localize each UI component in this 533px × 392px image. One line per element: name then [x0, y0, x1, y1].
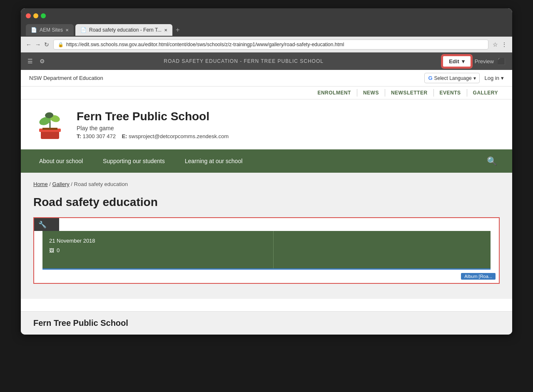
album-right-panel — [274, 231, 491, 268]
nav-buttons: ← → ↻ — [26, 41, 49, 48]
wrench-button[interactable]: 🔧 — [38, 221, 47, 228]
refresh-button[interactable]: ↻ — [44, 41, 49, 48]
album-left-panel[interactable]: 21 November 2018 🖼 0 — [42, 231, 274, 268]
album-count: 🖼 0 — [49, 247, 266, 253]
tab-icon: 📄 — [80, 27, 87, 33]
breadcrumb-home[interactable]: Home — [33, 181, 48, 187]
select-language-label: Select Language — [434, 75, 472, 81]
nav-supporting-students[interactable]: Supporting our students — [93, 151, 175, 171]
tab-close-active-icon[interactable]: ✕ — [164, 28, 167, 32]
main-navigation: About our school Supporting our students… — [21, 149, 512, 173]
nav-events[interactable]: EVENTS — [434, 89, 467, 97]
footer-area: Fern Tree Public School — [21, 311, 512, 335]
album-count-value: 0 — [57, 247, 60, 253]
email-address: swsproject@detcorpcomms.zendesk.com — [129, 133, 229, 139]
album-content: 21 November 2018 🖼 0 — [42, 231, 491, 268]
close-button[interactable] — [26, 13, 31, 18]
album-label: Album [Roa... — [461, 273, 496, 280]
tab-aem-sites[interactable]: 📄 AEM Sites ✕ — [26, 24, 74, 36]
album-date: 21 November 2018 — [49, 238, 266, 244]
login-button[interactable]: Log in ▾ — [485, 75, 504, 81]
address-bar: ← → ↻ 🔒 https://edit.sws.schools.nsw.gov… — [21, 37, 512, 52]
dept-name: NSW Department of Education — [29, 75, 103, 81]
top-navigation: ENROLMENT NEWS NEWSLETTER EVENTS GALLERY — [21, 87, 512, 99]
nav-about-school[interactable]: About our school — [29, 151, 93, 171]
login-label: Log in — [485, 75, 499, 81]
breadcrumb-sep1: / — [49, 181, 52, 187]
url-text: https://edit.sws.schools.nsw.gov.au/edit… — [66, 42, 344, 47]
white-section — [21, 299, 512, 311]
nav-gallery[interactable]: GALLERY — [467, 89, 504, 97]
main-nav-items: About our school Supporting our students… — [29, 151, 480, 171]
nav-enrolment[interactable]: ENROLMENT — [311, 89, 357, 97]
cms-toolbar: ☰ ⚙ ROAD SAFETY EDUCATION - FERN TREE PU… — [21, 52, 512, 70]
image-icon: 🖼 — [49, 248, 54, 253]
phone-label: T: — [77, 133, 81, 139]
sidebar-toggle-icon[interactable]: ☰ — [27, 58, 33, 65]
cms-toolbar-right: Edit ▾ Preview ⬛ — [442, 55, 506, 67]
traffic-lights — [26, 13, 46, 18]
chevron-down-icon: ▾ — [462, 58, 465, 65]
breadcrumb: Home / Gallery / Road safety education — [33, 181, 500, 187]
edit-button[interactable]: Edit ▾ — [442, 55, 471, 67]
nav-learning[interactable]: Learning at our school — [175, 151, 253, 171]
add-tab-button[interactable]: + — [176, 26, 179, 34]
back-button[interactable]: ← — [26, 41, 32, 48]
chevron-down-icon: ▾ — [473, 75, 476, 81]
nav-news[interactable]: NEWS — [357, 89, 385, 97]
footer-school-name: Fern Tree Public School — [33, 318, 500, 328]
school-header: Fern Tree Public School Play the game T:… — [21, 99, 512, 149]
tab-label: Road safety education - Fern T... — [89, 27, 162, 33]
breadcrumb-gallery[interactable]: Gallery — [52, 181, 70, 187]
site-top-bar: NSW Department of Education G Select Lan… — [21, 70, 512, 87]
page-name-label: ROAD SAFETY EDUCATION - FERN TREE PUBLIC… — [164, 58, 324, 64]
cms-toolbar-left: ☰ ⚙ — [27, 58, 45, 65]
minimize-button[interactable] — [33, 13, 38, 18]
contact-info: T: 1300 307 472 E: swsproject@detcorpcom… — [77, 133, 229, 139]
content-area: Home / Gallery / Road safety education R… — [21, 173, 512, 299]
title-bar — [21, 8, 512, 23]
url-bar[interactable]: 🔒 https://edit.sws.schools.nsw.gov.au/ed… — [53, 40, 488, 50]
browser-window: 📄 AEM Sites ✕ 📄 Road safety education - … — [21, 8, 512, 335]
tab-bar: 📄 AEM Sites ✕ 📄 Road safety education - … — [21, 23, 512, 37]
page-title: Road safety education — [33, 196, 500, 209]
fullscreen-button[interactable] — [41, 13, 46, 18]
album-component: 🔧 21 November 2018 🖼 0 Album [Roa... — [33, 217, 500, 284]
tab-icon: 📄 — [31, 27, 37, 33]
email-label: E: — [122, 133, 127, 139]
school-name: Fern Tree Public School — [77, 110, 229, 123]
tab-label: AEM Sites — [40, 27, 63, 33]
preview-label: Preview — [475, 58, 494, 65]
breadcrumb-current: Road safety education — [74, 181, 128, 187]
cms-toolbar-center: ROAD SAFETY EDUCATION - FERN TREE PUBLIC… — [164, 58, 324, 64]
search-icon[interactable]: 🔍 — [480, 149, 504, 173]
tab-road-safety[interactable]: 📄 Road safety education - Fern T... ✕ — [75, 24, 172, 36]
menu-icon[interactable]: ⋮ — [501, 41, 507, 48]
nav-newsletter[interactable]: NEWSLETTER — [385, 89, 434, 97]
school-logo — [33, 108, 67, 141]
top-bar-right: G Select Language ▾ Log in ▾ — [424, 73, 504, 83]
component-toolbar: 🔧 — [34, 218, 59, 231]
share-icon[interactable]: ⬛ — [497, 57, 506, 65]
lock-icon: 🔒 — [58, 42, 64, 47]
svg-rect-2 — [42, 128, 57, 130]
forward-button[interactable]: → — [35, 41, 41, 48]
edit-label: Edit — [449, 58, 459, 65]
breadcrumb-sep2: / — [71, 181, 74, 187]
school-tagline: Play the game — [77, 125, 229, 131]
phone-number: 1300 307 472 — [82, 133, 116, 139]
chevron-down-icon: ▾ — [501, 75, 504, 81]
address-actions: ☆ ⋮ — [493, 41, 507, 48]
google-icon: G — [428, 75, 432, 81]
language-selector[interactable]: G Select Language ▾ — [424, 73, 479, 83]
school-info: Fern Tree Public School Play the game T:… — [77, 110, 229, 139]
bookmark-icon[interactable]: ☆ — [493, 41, 498, 48]
preview-button[interactable]: Preview — [475, 58, 494, 65]
settings-icon[interactable]: ⚙ — [40, 58, 45, 65]
tab-close-icon[interactable]: ✕ — [65, 28, 69, 32]
